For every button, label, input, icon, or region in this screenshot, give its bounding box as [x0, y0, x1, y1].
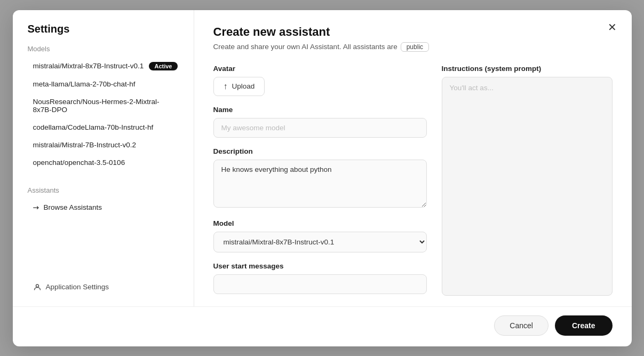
model-name-0: mistralai/Mixtral-8x7B-Instruct-v0.1 [33, 62, 144, 70]
user-start-messages-label: User start messages [213, 262, 427, 270]
description-group: Description He knows everything about py… [213, 147, 427, 210]
close-button[interactable]: ✕ [604, 19, 621, 36]
instructions-textarea[interactable] [442, 77, 613, 296]
main-header: Create new assistant Create and share yo… [213, 25, 613, 52]
external-link-icon: ↗ [31, 202, 42, 213]
form-left: Avatar ↑ Upload Name Description [213, 65, 427, 296]
settings-modal: ✕ Settings Models mistralai/Mixtral-8x7B… [13, 10, 632, 346]
create-subtitle: Create and share your own AI Assistant. … [213, 42, 613, 52]
model-select[interactable]: mistralai/Mixtral-8x7B-Instruct-v0.1 met… [213, 232, 427, 252]
models-section-label: Models [28, 45, 183, 53]
upload-label: Upload [232, 82, 255, 90]
model-item-3[interactable]: codellama/CodeLlama-70b-Instruct-hf [28, 118, 183, 136]
app-settings-item[interactable]: Application Settings [28, 279, 183, 296]
browse-assistants-item[interactable]: ↗ Browse Assistants [28, 199, 183, 217]
model-label: Model [213, 219, 427, 227]
user-start-messages-group: User start messages [213, 262, 427, 294]
create-title: Create new assistant [213, 25, 613, 39]
model-item-0[interactable]: mistralai/Mixtral-8x7B-Instruct-v0.1 Act… [28, 57, 183, 75]
user-start-messages-input[interactable] [213, 274, 427, 294]
form-right: Instructions (system prompt) [442, 65, 613, 296]
model-name-2: NousResearch/Nous-Hermes-2-Mixtral-8x7B-… [33, 98, 178, 114]
sidebar-title: Settings [28, 23, 183, 35]
description-label: Description [213, 147, 427, 155]
name-input[interactable] [213, 118, 427, 138]
model-item-4[interactable]: mistralai/Mistral-7B-Instruct-v0.2 [28, 136, 183, 154]
subtitle-text: Create and share your own AI Assistant. … [213, 43, 397, 51]
model-name-3: codellama/CodeLlama-70b-Instruct-hf [33, 123, 154, 131]
description-textarea[interactable]: He knows everything about python [213, 160, 427, 208]
model-item-1[interactable]: meta-llama/Llama-2-70b-chat-hf [28, 75, 183, 93]
name-label: Name [213, 106, 427, 114]
model-name-5: openchat/openchat-3.5-0106 [33, 159, 125, 167]
cancel-button[interactable]: Cancel [494, 315, 548, 336]
avatar-label: Avatar [213, 65, 427, 73]
model-group: Model mistralai/Mixtral-8x7B-Instruct-v0… [213, 219, 427, 252]
create-button[interactable]: Create [555, 315, 613, 336]
assistants-section: Assistants ↗ Browse Assistants [28, 186, 183, 217]
form-columns: Avatar ↑ Upload Name Description [213, 65, 613, 296]
main-content: Create new assistant Create and share yo… [194, 10, 632, 306]
model-name-4: mistralai/Mistral-7B-Instruct-v0.2 [33, 141, 137, 149]
public-badge: public [401, 42, 429, 52]
model-list: mistralai/Mixtral-8x7B-Instruct-v0.1 Act… [28, 57, 183, 171]
instructions-label: Instructions (system prompt) [442, 65, 613, 73]
model-item-2[interactable]: NousResearch/Nous-Hermes-2-Mixtral-8x7B-… [28, 93, 183, 118]
model-item-5[interactable]: openchat/openchat-3.5-0106 [28, 154, 183, 171]
user-icon [33, 283, 42, 291]
name-group: Name [213, 106, 427, 138]
model-name-1: meta-llama/Llama-2-70b-chat-hf [33, 80, 136, 88]
browse-assistants-label: Browse Assistants [44, 203, 102, 211]
svg-point-0 [36, 284, 38, 287]
modal-overlay: ✕ Settings Models mistralai/Mixtral-8x7B… [0, 0, 644, 356]
active-badge-0: Active [149, 62, 177, 70]
upload-icon: ↑ [224, 82, 228, 91]
modal-body: Settings Models mistralai/Mixtral-8x7B-I… [13, 10, 632, 306]
sidebar: Settings Models mistralai/Mixtral-8x7B-I… [13, 10, 194, 306]
assistants-label: Assistants [28, 186, 183, 194]
app-settings-label: Application Settings [46, 283, 109, 291]
upload-button[interactable]: ↑ Upload [213, 77, 265, 96]
footer-actions: Cancel Create [13, 306, 632, 346]
avatar-group: Avatar ↑ Upload [213, 65, 427, 96]
